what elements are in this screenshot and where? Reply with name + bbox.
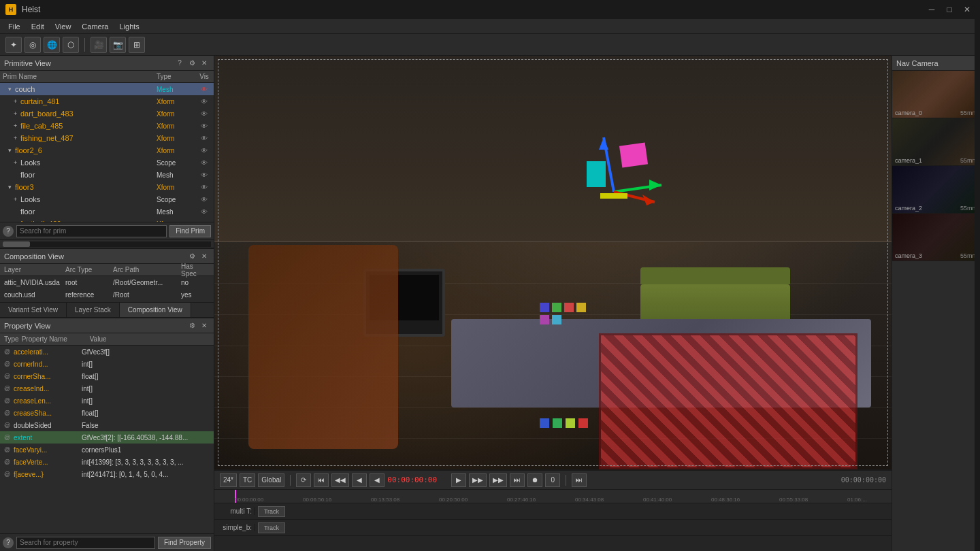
tl-loop-button[interactable]: ⟳: [296, 473, 311, 487]
prim-expand-icon[interactable]: +: [14, 159, 20, 166]
camera-thumb-2[interactable]: camera_2 55mm: [892, 166, 980, 214]
viewport[interactable]: [214, 56, 892, 469]
menu-file[interactable]: File: [3, 21, 26, 32]
fps-selector[interactable]: 24*: [220, 473, 237, 487]
prim-expand-icon[interactable]: ▾: [8, 147, 15, 154]
tab-variant-set[interactable]: Variant Set View: [0, 303, 67, 317]
prop-row[interactable]: @ extent GfVec3f[2]: [[-166.40538, -144.…: [0, 431, 214, 444]
menu-lights[interactable]: Lights: [114, 21, 144, 32]
prim-expand-icon[interactable]: +: [14, 110, 20, 117]
prim-expand-icon[interactable]: +: [14, 135, 20, 141]
prop-view-close[interactable]: ✕: [199, 320, 210, 331]
prim-vis[interactable]: 👁: [197, 207, 211, 216]
prim-expand-icon[interactable]: +: [14, 122, 20, 129]
prop-row[interactable]: @ cornerInd... int[]: [0, 358, 214, 370]
camera-thumb-1[interactable]: camera_1 55mm: [892, 118, 980, 166]
prim-help-button[interactable]: ?: [3, 226, 14, 237]
prop-row[interactable]: @ accelerati... GfVec3f[]: [0, 346, 214, 358]
prim-expand-icon[interactable]: +: [14, 196, 20, 203]
prim-row[interactable]: ▾ couch Mesh 👁: [0, 83, 214, 95]
prim-row[interactable]: + Looks Scope 👁: [0, 193, 214, 205]
prim-row[interactable]: ▾ floor2_6 Xform 👁: [0, 144, 214, 156]
prop-row[interactable]: @ creaseLen... int[]: [0, 395, 214, 407]
globe-tool-button[interactable]: 🌐: [44, 37, 60, 53]
maximize-button[interactable]: □: [942, 4, 957, 15]
prim-vis[interactable]: 👁: [197, 195, 211, 203]
comp-row[interactable]: attic_NVIDIA.usda root /Root/Geometr... …: [0, 276, 214, 288]
tl-prev-frame[interactable]: ◀◀: [331, 473, 349, 487]
track-button-1[interactable]: Track: [258, 522, 285, 533]
menu-edit[interactable]: Edit: [26, 21, 50, 32]
prim-row[interactable]: + fishing_net_487 Xform 👁: [0, 132, 214, 144]
tl-play[interactable]: ▶: [451, 473, 466, 487]
tl-step-fwd[interactable]: ▶▶: [469, 473, 487, 487]
prim-row[interactable]: floor Mesh 👁: [0, 169, 214, 181]
prop-row[interactable]: @ cornerSha... float[]: [0, 370, 214, 382]
track-content-1[interactable]: Track: [255, 520, 892, 535]
prim-vis[interactable]: 👁: [197, 158, 211, 167]
track-button-0[interactable]: Track: [258, 506, 285, 517]
tab-composition-view[interactable]: Composition View: [120, 303, 191, 317]
prim-vis[interactable]: 👁: [197, 146, 211, 154]
camera-thumb-3[interactable]: camera_3 55mm: [892, 214, 980, 261]
comp-view-settings[interactable]: ⚙: [186, 251, 197, 262]
prim-view-close[interactable]: ✕: [199, 58, 210, 69]
prop-row[interactable]: @ f[aceve...} int[241471]: [0, 1, 4, 5, …: [0, 468, 214, 480]
prim-vis[interactable]: 👁: [197, 171, 211, 179]
prop-find-button[interactable]: Find Property: [158, 537, 211, 549]
minimize-button[interactable]: ─: [924, 4, 939, 15]
prim-view-collapse[interactable]: ?: [174, 58, 185, 69]
tl-step-fwd2[interactable]: ▶▶: [489, 473, 507, 487]
rotate-tool-button[interactable]: ◎: [24, 37, 41, 53]
camera-thumb-0[interactable]: camera_0 55mm: [892, 71, 980, 118]
prop-row[interactable]: @ creaseInd... int[]: [0, 382, 214, 395]
prim-vis[interactable]: 👁: [197, 97, 211, 105]
prim-vis[interactable]: 👁: [197, 85, 211, 93]
right-panel-scrollbar[interactable]: [975, 56, 980, 551]
prim-hscroll-thumb[interactable]: [3, 241, 30, 247]
menu-view[interactable]: View: [50, 21, 77, 32]
tl-skip-end2[interactable]: ⏭: [572, 473, 587, 487]
tl-loop-count[interactable]: 0: [545, 473, 560, 487]
prim-row[interactable]: floor Mesh 👁: [0, 205, 214, 218]
prim-search-input[interactable]: [16, 225, 167, 237]
prim-row[interactable]: + file_cab_485 Xform 👁: [0, 120, 214, 132]
prim-expand-icon[interactable]: +: [14, 98, 20, 105]
prim-row[interactable]: + curtain_481 Xform 👁: [0, 95, 214, 107]
prim-find-button[interactable]: Find Prim: [169, 225, 211, 237]
prim-row[interactable]: + Looks Scope 👁: [0, 156, 214, 169]
space-selector[interactable]: Global: [258, 473, 284, 487]
prop-row[interactable]: @ faceVerte... int[41399]: [3, 3, 3, 3, …: [0, 456, 214, 468]
comp-row[interactable]: couch.usd reference /Root yes: [0, 288, 214, 301]
tl-skip-start[interactable]: ⏮: [314, 473, 329, 487]
prop-row[interactable]: @ creaseSha... float[]: [0, 407, 214, 419]
prim-row[interactable]: ▾ floor3 Xform 👁: [0, 181, 214, 193]
tc-selector[interactable]: TC: [240, 473, 255, 487]
transform-tool-button[interactable]: ✦: [5, 37, 22, 53]
camera2-tool-button[interactable]: 📷: [110, 37, 126, 53]
tl-step-back2[interactable]: ◀: [370, 473, 385, 487]
box-tool-button[interactable]: ⬡: [63, 37, 79, 53]
camera1-tool-button[interactable]: 🎥: [91, 37, 107, 53]
menu-camera[interactable]: Camera: [76, 21, 114, 32]
prim-view-settings[interactable]: ⚙: [186, 58, 197, 69]
close-button[interactable]: ✕: [960, 4, 975, 15]
prop-row[interactable]: @ doubleSided False: [0, 419, 214, 431]
tl-skip-end[interactable]: ⏭: [510, 473, 525, 487]
prop-help-button[interactable]: ?: [3, 537, 14, 548]
prim-vis[interactable]: 👁: [197, 134, 211, 142]
tl-step-back[interactable]: ◀: [352, 473, 367, 487]
prop-view-settings[interactable]: ⚙: [186, 320, 197, 331]
tab-layer-stack[interactable]: Layer Stack: [67, 303, 120, 317]
prop-search-input[interactable]: [16, 537, 155, 549]
tl-record[interactable]: ⏺: [527, 473, 542, 487]
prim-vis[interactable]: 👁: [197, 110, 211, 118]
prim-expand-icon[interactable]: ▾: [8, 184, 15, 190]
prop-row[interactable]: @ faceVaryi... cornersPlus1: [0, 444, 214, 456]
prim-hscroll-track[interactable]: [3, 241, 211, 247]
prim-vis[interactable]: 👁: [197, 183, 211, 191]
prim-vis[interactable]: 👁: [197, 122, 211, 130]
grid-tool-button[interactable]: ⊞: [129, 37, 145, 53]
comp-view-close[interactable]: ✕: [199, 251, 210, 262]
track-content-0[interactable]: Track: [255, 503, 892, 519]
